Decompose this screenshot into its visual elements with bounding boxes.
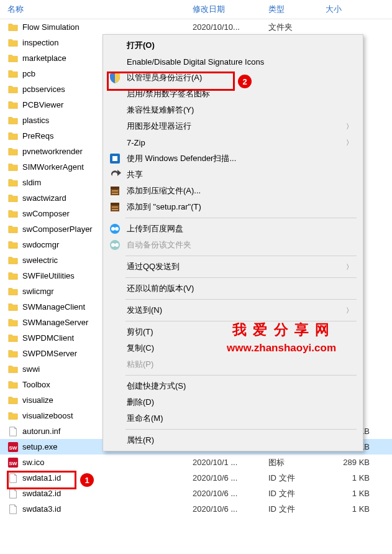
folder-icon bbox=[7, 115, 19, 126]
file-date: 2020/10/1 ... bbox=[193, 458, 268, 467]
menu-rename[interactable]: 重命名(M) bbox=[104, 410, 362, 427]
chevron-right-icon: 〉 bbox=[346, 138, 353, 147]
file-name: sw.ico bbox=[22, 458, 193, 467]
menu-rar-setup[interactable]: 添加到 "setup.rar"(T) bbox=[104, 199, 362, 215]
file-date: 2020/10/10... bbox=[193, 22, 268, 32]
folder-icon bbox=[7, 193, 19, 204]
menu-send-to[interactable]: 发送到(N)〉 bbox=[104, 302, 362, 318]
file-date: 2020/10/6 ... bbox=[193, 489, 268, 498]
doc-icon bbox=[7, 473, 19, 484]
menu-defender-scan[interactable]: 使用 Windows Defender扫描... bbox=[104, 150, 362, 167]
file-name: swdata2.id bbox=[22, 489, 193, 498]
menu-copy[interactable]: 复制(C) bbox=[104, 340, 362, 356]
doc-icon bbox=[7, 488, 19, 499]
menu-separator bbox=[125, 277, 357, 278]
doc-icon bbox=[7, 426, 19, 437]
folder-icon bbox=[7, 395, 19, 406]
col-type[interactable]: 类型 bbox=[268, 4, 326, 15]
svg-point-17 bbox=[111, 243, 115, 247]
menu-run-as-admin[interactable]: 以管理员身份运行(A) bbox=[104, 70, 362, 86]
chevron-right-icon: 〉 bbox=[346, 122, 353, 131]
file-row[interactable]: Flow Simulation2020/10/10...文件夹 bbox=[0, 19, 392, 35]
menu-auto-backup: 自动备份该文件夹 bbox=[104, 237, 362, 253]
folder-icon bbox=[7, 177, 19, 188]
folder-icon bbox=[7, 37, 19, 48]
file-type: ID 文件 bbox=[268, 473, 326, 484]
file-type: 图标 bbox=[268, 457, 326, 468]
file-type: 文件夹 bbox=[268, 22, 326, 33]
menu-delete[interactable]: 删除(D) bbox=[104, 394, 362, 410]
folder-icon bbox=[7, 22, 19, 33]
folder-icon bbox=[7, 379, 19, 390]
rar-icon bbox=[109, 185, 121, 197]
svg-point-15 bbox=[115, 227, 119, 231]
folder-icon bbox=[7, 286, 19, 297]
folder-icon bbox=[7, 84, 19, 95]
folder-icon bbox=[7, 99, 19, 111]
sw-icon: SW bbox=[7, 441, 19, 453]
menu-run-with-gpu[interactable]: 用图形处理器运行〉 bbox=[104, 118, 362, 134]
svg-point-18 bbox=[115, 243, 119, 247]
baidu-icon bbox=[109, 223, 121, 235]
folder-icon bbox=[7, 333, 19, 344]
menu-separator bbox=[125, 321, 357, 321]
menu-separator bbox=[125, 375, 357, 376]
col-date[interactable]: 修改日期 bbox=[193, 4, 268, 15]
menu-toggle-signature-cn[interactable]: 启用/禁用数字签名图标 bbox=[104, 86, 362, 102]
file-name: swdata1.id bbox=[22, 473, 193, 482]
folder-icon bbox=[7, 255, 19, 266]
file-list-header: 名称 修改日期 类型 大小 bbox=[0, 0, 392, 19]
menu-7zip[interactable]: 7-Zip〉 bbox=[104, 134, 362, 150]
file-row[interactable]: swdata2.id2020/10/6 ...ID 文件1 KB bbox=[0, 486, 392, 501]
menu-restore-previous[interactable]: 还原以前的版本(V) bbox=[104, 280, 362, 297]
file-type: ID 文件 bbox=[268, 488, 326, 499]
file-size: 1 KB bbox=[326, 489, 377, 498]
col-name[interactable]: 名称 bbox=[0, 4, 193, 15]
chevron-right-icon: 〉 bbox=[346, 306, 353, 315]
col-size[interactable]: 大小 bbox=[326, 4, 385, 15]
menu-share[interactable]: 共享 bbox=[104, 167, 362, 183]
folder-icon bbox=[7, 53, 19, 64]
menu-cut[interactable]: 剪切(T) bbox=[104, 324, 362, 340]
svg-point-14 bbox=[111, 227, 115, 231]
svg-rect-11 bbox=[112, 206, 118, 208]
menu-properties[interactable]: 属性(R) bbox=[104, 432, 362, 448]
menu-open[interactable]: 打开(O) bbox=[104, 37, 362, 53]
menu-compatibility-troubleshoot[interactable]: 兼容性疑难解答(Y) bbox=[104, 102, 362, 118]
folder-icon bbox=[7, 224, 19, 235]
svg-text:SW: SW bbox=[9, 445, 17, 450]
share-icon bbox=[109, 169, 121, 181]
file-row[interactable]: swdata1.id2020/10/6 ...ID 文件1 KB bbox=[0, 470, 392, 486]
folder-icon bbox=[7, 348, 19, 359]
sw-icon: SW bbox=[7, 457, 19, 468]
svg-rect-10 bbox=[111, 203, 119, 205]
chevron-right-icon: 〉 bbox=[346, 262, 353, 272]
menu-toggle-signature-icons[interactable]: Enable/Disable Digital Signature Icons bbox=[104, 53, 362, 70]
svg-rect-8 bbox=[112, 193, 118, 194]
folder-icon bbox=[7, 410, 19, 422]
folder-icon bbox=[7, 162, 19, 173]
file-type: ID 文件 bbox=[268, 504, 326, 515]
folder-icon bbox=[7, 131, 19, 142]
svg-rect-12 bbox=[112, 209, 118, 210]
folder-icon bbox=[7, 317, 19, 328]
file-row[interactable]: swdata3.id2020/10/6 ...ID 文件1 KB bbox=[0, 501, 392, 517]
shield-icon bbox=[109, 72, 121, 84]
menu-qq-send[interactable]: 通过QQ发送到〉 bbox=[104, 259, 362, 275]
baidu-icon bbox=[109, 239, 121, 251]
file-date: 2020/10/6 ... bbox=[193, 473, 268, 482]
menu-separator bbox=[125, 256, 357, 256]
file-size: 1 KB bbox=[326, 504, 377, 514]
annotation-badge-2: 2 bbox=[238, 75, 252, 88]
menu-baidu-upload[interactable]: 上传到百度网盘 bbox=[104, 221, 362, 237]
menu-separator bbox=[125, 218, 357, 218]
folder-icon bbox=[7, 364, 19, 375]
file-name: Flow Simulation bbox=[22, 22, 193, 32]
menu-paste: 粘贴(P) bbox=[104, 356, 362, 372]
file-row[interactable]: SWsw.ico2020/10/1 ...图标289 KB bbox=[0, 455, 392, 470]
menu-create-shortcut[interactable]: 创建快捷方式(S) bbox=[104, 378, 362, 394]
menu-rar-add[interactable]: 添加到压缩文件(A)... bbox=[104, 183, 362, 199]
folder-icon bbox=[7, 208, 19, 219]
file-size: 1 KB bbox=[326, 473, 377, 482]
annotation-badge-1: 1 bbox=[80, 473, 94, 487]
